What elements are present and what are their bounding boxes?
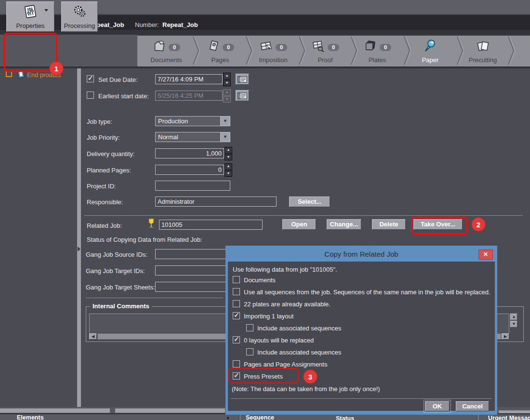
scroll-left-icon[interactable]: ◀ — [89, 333, 97, 340]
scroll-up-icon[interactable]: ▲ — [510, 314, 517, 320]
note-icon — [238, 92, 247, 99]
related-job-label: Related Job: — [87, 222, 122, 229]
earliest-start-input — [155, 91, 223, 101]
close-icon[interactable] — [478, 249, 493, 260]
dialog-titlebar[interactable]: Copy from Related Job — [228, 248, 495, 262]
column-elements[interactable]: Elements — [17, 414, 44, 420]
sidebar-splitter[interactable] — [77, 68, 81, 407]
splitter-collapse-icon[interactable] — [78, 247, 80, 251]
open-button[interactable]: Open — [282, 219, 316, 230]
tab-pages[interactable]: 0 Pages — [195, 35, 245, 66]
earliest-start-label: Earliest start date: — [98, 92, 149, 100]
processing-label: Processing — [64, 22, 95, 29]
checkbox-include-sequences-import[interactable] — [246, 324, 253, 331]
imposition-icon — [259, 39, 274, 55]
spinner-up-icon — [223, 89, 231, 96]
related-job-input[interactable] — [159, 220, 263, 230]
checkbox-press-presets[interactable] — [233, 372, 240, 380]
change-button[interactable]: Change... — [327, 219, 361, 230]
spinner-up-icon[interactable] — [225, 147, 232, 154]
tab-separator — [192, 35, 200, 66]
job-type-label: Job type: — [87, 118, 112, 125]
responsible-label: Responsible: — [87, 198, 123, 206]
imposition-count-badge: 0 — [276, 44, 287, 51]
spinner-up-icon[interactable] — [225, 163, 232, 170]
paper-pin-icon — [423, 39, 437, 55]
delete-button[interactable]: Delete — [372, 219, 406, 230]
tab-paper[interactable]: Paper — [405, 35, 455, 66]
set-due-date-checkbox[interactable] — [87, 75, 94, 82]
processing-button[interactable]: Processing — [61, 1, 98, 32]
checkbox-include-sequences-import-label: Include associated sequences — [257, 325, 341, 332]
copy-status-label: Status of Copying Data from Related Job: — [87, 236, 202, 243]
related-job-lamp-icon — [147, 218, 155, 230]
tab-precutting-label: Precutting — [469, 56, 497, 64]
dropdown-arrow-icon[interactable] — [220, 117, 230, 126]
annotation-step-3: 3 — [303, 369, 318, 384]
scroll-down-icon[interactable]: ▼ — [510, 321, 517, 328]
checkbox-layouts-replaced[interactable] — [233, 336, 240, 343]
set-due-date-spinner — [223, 73, 231, 86]
job-priority-select[interactable]: Normal — [155, 132, 230, 142]
select-button[interactable]: Select... — [289, 197, 330, 207]
tab-imposition-label: Imposition — [259, 56, 287, 64]
dropdown-arrow-icon[interactable] — [220, 132, 230, 142]
planned-pages-input[interactable] — [155, 165, 224, 175]
checkbox-use-all-sequences-label: Use all sequences from the job. Sequence… — [244, 289, 490, 296]
tab-precutting[interactable]: Precutting — [458, 35, 508, 66]
section-separator — [86, 298, 223, 298]
properties-dropdown-caret[interactable] — [44, 9, 48, 12]
properties-button[interactable]: Properties — [6, 1, 54, 32]
earliest-date-picker-button[interactable] — [236, 90, 249, 101]
set-due-date-input[interactable] — [155, 74, 223, 84]
column-urgent-messages[interactable]: Urgent Messages — [488, 415, 530, 420]
cancel-button[interactable]: Cancel — [456, 401, 489, 411]
project-id-label: Project ID: — [87, 183, 116, 190]
spinner-up-icon[interactable] — [223, 73, 231, 79]
spinner-down-icon — [223, 96, 231, 103]
end-product-checkbox[interactable] — [6, 71, 12, 77]
delivery-quantity-label: Delivery quantity: — [87, 150, 135, 158]
dialog-title: Copy from Related Job — [324, 250, 398, 258]
job-type-value: Production — [158, 118, 188, 125]
due-date-picker-button[interactable] — [236, 74, 249, 85]
pages-count-badge: 0 — [223, 44, 234, 51]
responsible-input[interactable] — [155, 197, 277, 207]
checkbox-use-all-sequences[interactable] — [233, 288, 240, 295]
sort-ascending-icon[interactable]: ▲ — [225, 415, 230, 420]
checkbox-pages-assignments[interactable] — [233, 360, 240, 368]
spinner-down-icon[interactable] — [225, 171, 232, 177]
copy-from-related-job-dialog: Copy from Related Job Use following data… — [225, 246, 497, 415]
take-over-button[interactable]: Take Over... — [413, 219, 463, 230]
tab-imposition[interactable]: 0 Imposition — [248, 35, 298, 66]
tab-separator — [298, 35, 306, 66]
dialog-note: (Note: The data can be taken from the jo… — [232, 385, 380, 393]
tab-proof[interactable]: 0 Proof — [300, 35, 350, 66]
annotation-step-2: 2 — [471, 217, 486, 232]
checkbox-plates-available[interactable] — [233, 300, 240, 307]
checkbox-importing-layout[interactable] — [233, 312, 240, 319]
earliest-start-checkbox[interactable] — [87, 92, 94, 99]
checkbox-include-sequences-replace[interactable] — [246, 348, 253, 355]
tab-separator — [350, 35, 358, 66]
bottom-splitter[interactable] — [0, 408, 110, 413]
checkbox-documents-label: Documents — [244, 276, 276, 284]
tab-plates[interactable]: 0 Plates — [352, 35, 402, 66]
project-id-input[interactable] — [155, 181, 230, 191]
spinner-down-icon[interactable] — [223, 80, 231, 87]
checkbox-documents[interactable] — [233, 276, 240, 283]
job-priority-label: Job Priority: — [87, 134, 120, 141]
end-product-icon — [16, 69, 26, 81]
job-type-select[interactable]: Production — [155, 116, 230, 126]
gang-source-label: Gang Job Source IDs: — [86, 251, 147, 258]
column-divider[interactable] — [477, 415, 478, 420]
delivery-quantity-input[interactable] — [155, 148, 224, 158]
spinner-down-icon[interactable] — [225, 154, 232, 161]
bottom-splitter[interactable] — [115, 408, 225, 413]
column-sequence[interactable]: Sequence — [246, 414, 274, 420]
column-status[interactable]: Status — [336, 415, 354, 420]
checkbox-pages-assignments-label: Pages and Page Assignments — [244, 361, 327, 368]
scroll-right-icon[interactable]: ▶ — [502, 333, 509, 340]
ok-button[interactable]: OK — [425, 401, 450, 411]
tab-documents[interactable]: 0 Documents — [141, 35, 191, 66]
